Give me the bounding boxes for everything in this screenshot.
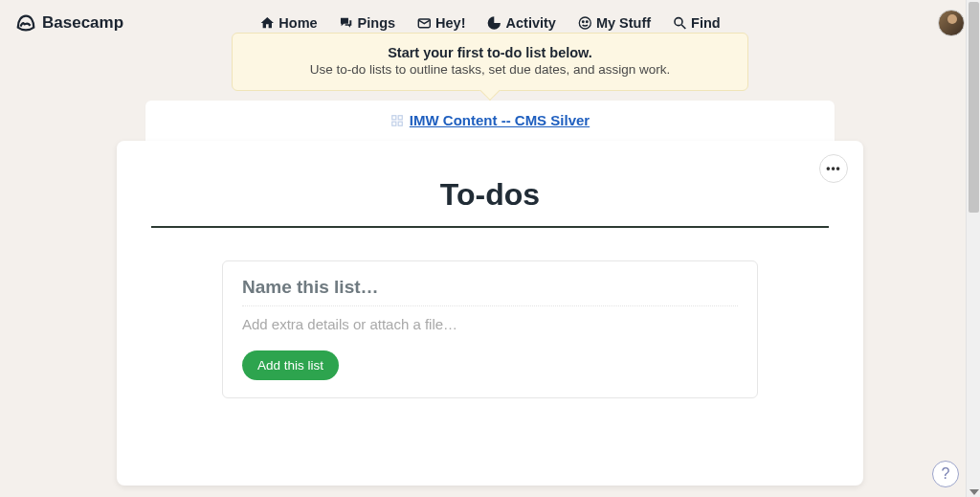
nav-mystuff[interactable]: My Stuff [577,15,651,31]
nav-hey-label: Hey! [435,15,465,31]
nav-hey[interactable]: Hey! [416,15,465,31]
brand-name: Basecamp [42,13,123,33]
project-link[interactable]: IMW Content -- CMS Silver [390,112,590,128]
nav-find-label: Find [691,15,721,31]
title-rule [151,226,829,228]
scrollbar-thumb[interactable] [969,2,979,213]
avatar[interactable] [938,10,965,36]
nav-activity-label: Activity [506,15,556,31]
search-icon [672,15,687,31]
svg-rect-8 [392,122,396,125]
svg-point-3 [586,21,588,23]
nav-home[interactable]: Home [259,15,317,31]
mystuff-icon [577,15,592,31]
activity-icon [487,15,502,31]
nav-mystuff-label: My Stuff [596,15,651,31]
svg-line-5 [681,25,685,29]
project-name: IMW Content -- CMS Silver [410,112,590,128]
svg-point-4 [675,18,682,26]
main-nav: Home Pings Hey! Activity My Stuff Find [259,15,720,31]
new-list-form: Add this list [222,260,758,398]
tip-banner: Start your first to-do list below. Use t… [232,33,748,91]
scrollbar[interactable] [966,0,980,497]
tip-subtitle: Use to-do lists to outline tasks, set du… [256,62,724,77]
nav-pings-label: Pings [358,15,395,31]
home-icon [259,15,275,31]
tip-title: Start your first to-do list below. [256,45,724,60]
scrollbar-down-arrow[interactable] [969,489,979,495]
svg-point-2 [582,21,584,23]
nav-find[interactable]: Find [672,15,721,31]
grid-icon [390,114,404,127]
nav-home-label: Home [278,15,317,31]
add-list-button[interactable]: Add this list [242,350,339,380]
svg-rect-6 [392,115,396,119]
pings-icon [339,15,354,31]
svg-point-1 [579,17,590,29]
basecamp-logo-icon [15,12,36,34]
svg-rect-9 [398,122,402,125]
nav-pings[interactable]: Pings [339,15,395,31]
nav-activity[interactable]: Activity [487,15,556,31]
page-title: To-dos [151,177,829,213]
brand-logo[interactable]: Basecamp [15,12,123,34]
list-details-input[interactable] [242,316,738,332]
help-button[interactable]: ? [932,461,959,487]
todos-card: ••• To-dos Add this list [117,141,863,486]
svg-rect-7 [398,115,402,119]
hey-icon [416,15,432,31]
list-name-input[interactable] [242,277,738,306]
more-options-button[interactable]: ••• [819,154,848,183]
